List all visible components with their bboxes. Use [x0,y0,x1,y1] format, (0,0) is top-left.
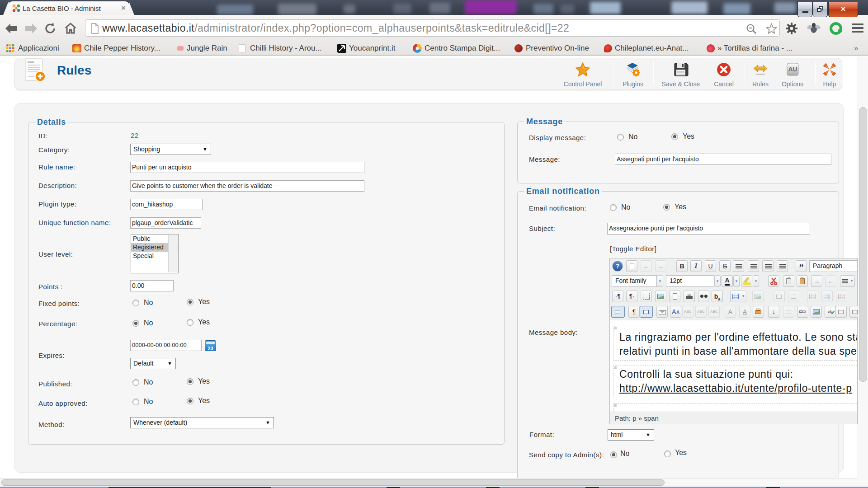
svg-text:AU: AU [788,66,797,73]
